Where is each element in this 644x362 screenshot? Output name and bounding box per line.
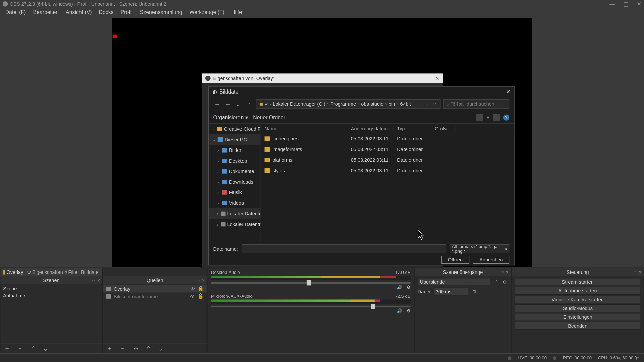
mute-icon[interactable]: 🔊 [397, 308, 402, 313]
move-down-icon[interactable]: ⌄ [158, 345, 164, 352]
tree-item[interactable]: ›Lokaler Datentr [209, 219, 260, 230]
nav-back-icon[interactable]: ← [213, 100, 221, 108]
properties-button[interactable]: ⚙Eigenschaften [27, 269, 63, 275]
menu-profile[interactable]: Profil [117, 8, 136, 16]
file-row[interactable]: styles05.03.2022 03:11Dateiordner [261, 165, 514, 176]
tree-item[interactable]: ›Desktop [209, 156, 260, 166]
move-up-icon[interactable]: ⌃ [31, 345, 36, 352]
control-button-5[interactable]: Beenden [515, 322, 641, 330]
close-icon[interactable]: ✕ [201, 278, 205, 282]
tree-item[interactable]: ›Lokaler Datentr [209, 208, 260, 219]
file-row[interactable]: iconengines05.03.2022 03:11Dateiordner [261, 133, 514, 144]
tree-item[interactable]: ›Musik [209, 187, 260, 198]
cancel-button[interactable]: Abbrechen [473, 256, 509, 264]
tree-item[interactable]: ›Dokumente [209, 166, 260, 177]
undock-icon[interactable]: ▱ [501, 270, 504, 274]
menu-edit[interactable]: Bearbeiten [30, 8, 62, 16]
add-icon[interactable]: ＋ [4, 344, 10, 352]
refresh-icon[interactable]: ⟳ [433, 101, 437, 107]
control-button-3[interactable]: Studio-Modus [515, 304, 641, 312]
control-button-1[interactable]: Aufnahme starten [515, 287, 641, 295]
add-icon[interactable]: ＋ [107, 344, 113, 352]
chevron-icon[interactable]: › [216, 200, 220, 205]
chevron-down-icon[interactable]: ▾ [487, 114, 489, 120]
undock-icon[interactable]: ▱ [92, 278, 95, 282]
new-folder-button[interactable]: Neuer Ordner [253, 114, 285, 120]
file-list[interactable]: Name Änderungsdatum Typ Größe iconengine… [261, 124, 514, 242]
scene-item[interactable]: Szene [0, 285, 102, 292]
close-icon[interactable]: ✕ [435, 75, 439, 81]
filename-input[interactable] [241, 244, 446, 253]
lock-icon[interactable]: 🔓 [198, 293, 204, 299]
control-button-0[interactable]: Stream starten [515, 278, 641, 286]
breadcrumb-segment[interactable]: « [265, 101, 268, 107]
lock-icon[interactable]: 🔓 [198, 286, 204, 292]
chevron-icon[interactable]: › [216, 148, 220, 153]
source-item[interactable]: Bildschirmaufnahme👁🔓 [103, 292, 207, 300]
tree-item[interactable]: ›Downloads [209, 177, 260, 187]
file-row[interactable]: imageformats05.03.2022 03:11Dateiordner [261, 144, 514, 155]
file-dialog-titlebar[interactable]: ◐ Bilddatei ✕ [209, 87, 514, 97]
control-button-2[interactable]: Virtuelle Kamera starten [515, 296, 641, 304]
visibility-icon[interactable]: 👁 [190, 286, 195, 291]
tree-item[interactable]: ›Bilder [209, 145, 260, 156]
menu-tools[interactable]: Werkzeuge (T) [186, 8, 228, 16]
close-icon[interactable]: ✕ [506, 88, 511, 95]
chevron-icon[interactable]: › [216, 179, 220, 184]
nav-forward-icon[interactable]: → [224, 100, 232, 108]
folder-tree[interactable]: ›Creative Cloud F⌄Dieser PC›Bilder›Deskt… [209, 124, 261, 242]
mute-icon[interactable]: 🔊 [397, 285, 402, 289]
spinner-up-icon[interactable]: ⌃ [493, 279, 499, 285]
menu-file[interactable]: Datei (F) [2, 8, 30, 16]
sources-list[interactable]: Overlay👁🔓Bildschirmaufnahme👁🔓 [103, 284, 207, 343]
close-icon[interactable]: ✕ [637, 1, 642, 7]
breadcrumb[interactable]: ▣ «› Lokaler Datenträger (C:)› Programme… [256, 99, 440, 109]
column-size[interactable]: Größe [431, 126, 456, 131]
gear-icon[interactable]: ⚙ [407, 308, 411, 313]
menu-help[interactable]: Hilfe [228, 8, 246, 16]
properties-dialog-header[interactable]: Eigenschaften von „Overlay“ ✕ [202, 73, 443, 83]
gear-icon[interactable]: ⚙ [502, 279, 508, 285]
view-list-icon[interactable] [476, 114, 483, 121]
nav-up-icon[interactable]: ↑ [245, 100, 253, 108]
maximize-icon[interactable]: ▢ [623, 1, 629, 7]
filter-button[interactable]: ▿Filter [65, 269, 79, 275]
search-input[interactable]: ⌕ "64bit" durchsuchen [443, 99, 509, 109]
menu-scenecollection[interactable]: Szenensammlung [136, 8, 186, 16]
chevron-down-icon[interactable]: ⌄ [234, 100, 243, 108]
chevron-icon[interactable]: ⌄ [211, 137, 216, 142]
volume-slider[interactable] [211, 306, 411, 307]
preview-pane-icon[interactable] [493, 114, 500, 121]
menu-docks[interactable]: Docks [95, 8, 117, 16]
source-item[interactable]: Overlay👁🔓 [103, 285, 207, 292]
breadcrumb-segment[interactable]: Lokaler Datenträger (C:) [273, 101, 325, 107]
tree-item[interactable]: ⌄Dieser PC [209, 134, 260, 145]
chevron-down-icon[interactable]: ⌄ [425, 101, 429, 107]
close-icon[interactable]: ✕ [638, 270, 642, 275]
minimize-icon[interactable]: — [609, 1, 615, 7]
chevron-icon[interactable]: › [211, 127, 215, 131]
close-icon[interactable]: ✕ [505, 270, 509, 275]
move-down-icon[interactable]: ⌄ [43, 345, 48, 352]
gear-icon[interactable]: ⚙ [407, 285, 411, 289]
volume-slider[interactable] [211, 282, 411, 284]
column-type[interactable]: Typ [394, 126, 431, 131]
control-button-4[interactable]: Einstellungen [515, 313, 641, 321]
scene-item[interactable]: Aufnahme [0, 292, 102, 299]
breadcrumb-segment[interactable]: obs-studio [361, 101, 383, 107]
tree-item[interactable]: ›Creative Cloud F [209, 124, 260, 134]
tree-item[interactable]: ›Videos [209, 198, 260, 208]
chevron-icon[interactable]: › [216, 190, 220, 195]
undock-icon[interactable]: ▱ [633, 270, 636, 274]
duration-input[interactable]: 300 ms [433, 288, 469, 296]
open-button[interactable]: Öffnen [441, 256, 469, 264]
chevron-icon[interactable]: › [216, 211, 220, 216]
organize-button[interactable]: Organisieren ▾ [213, 114, 248, 120]
remove-icon[interactable]: － [120, 344, 126, 352]
help-icon[interactable]: ? [503, 114, 509, 120]
transition-select[interactable]: Überblende [418, 278, 491, 286]
breadcrumb-segment[interactable]: 64bit [400, 101, 411, 107]
chevron-icon[interactable]: › [216, 222, 220, 227]
file-row[interactable]: platforms05.03.2022 03:11Dateiordner [261, 155, 514, 165]
spinner-icon[interactable]: ⇅ [472, 289, 478, 294]
